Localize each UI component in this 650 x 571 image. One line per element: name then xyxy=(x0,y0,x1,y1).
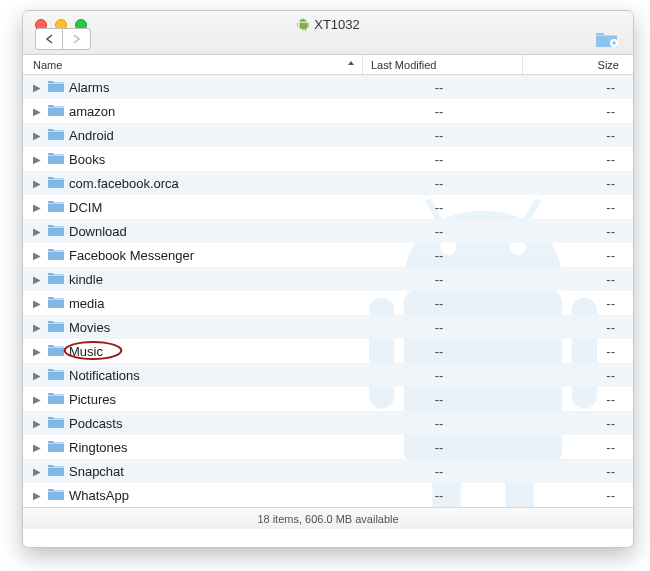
table-row[interactable]: ▶Movies---- xyxy=(23,315,633,339)
file-name: Snapchat xyxy=(69,464,359,479)
file-size: -- xyxy=(519,272,633,287)
file-name: Movies xyxy=(69,320,359,335)
folder-icon xyxy=(47,463,65,480)
disclosure-triangle-icon[interactable]: ▶ xyxy=(33,394,47,405)
header-size[interactable]: Size xyxy=(523,55,633,74)
table-row[interactable]: ▶Pictures---- xyxy=(23,387,633,411)
disclosure-triangle-icon[interactable]: ▶ xyxy=(33,418,47,429)
file-name: Books xyxy=(69,152,359,167)
file-modified: -- xyxy=(359,296,519,311)
file-size: -- xyxy=(519,416,633,431)
file-modified: -- xyxy=(359,488,519,503)
file-size: -- xyxy=(519,440,633,455)
file-size: -- xyxy=(519,200,633,215)
table-row[interactable]: ▶Music---- xyxy=(23,339,633,363)
file-name: WhatsApp xyxy=(69,488,359,503)
table-row[interactable]: ▶Facebook Messenger---- xyxy=(23,243,633,267)
disclosure-triangle-icon[interactable]: ▶ xyxy=(33,442,47,453)
folder-icon xyxy=(47,127,65,144)
header-modified[interactable]: Last Modified xyxy=(363,55,523,74)
folder-icon xyxy=(47,343,65,360)
file-modified: -- xyxy=(359,392,519,407)
folder-icon xyxy=(47,223,65,240)
file-name: Music xyxy=(69,344,359,359)
sort-asc-icon xyxy=(346,58,356,68)
file-modified: -- xyxy=(359,416,519,431)
file-name: DCIM xyxy=(69,200,359,215)
header-modified-label: Last Modified xyxy=(371,59,436,71)
disclosure-triangle-icon[interactable]: ▶ xyxy=(33,178,47,189)
disclosure-triangle-icon[interactable]: ▶ xyxy=(33,490,47,501)
folder-icon xyxy=(47,103,65,120)
forward-button[interactable] xyxy=(63,28,91,50)
disclosure-triangle-icon[interactable]: ▶ xyxy=(33,274,47,285)
table-row[interactable]: ▶Books---- xyxy=(23,147,633,171)
disclosure-triangle-icon[interactable]: ▶ xyxy=(33,346,47,357)
table-row[interactable]: ▶Download---- xyxy=(23,219,633,243)
new-folder-button[interactable] xyxy=(593,28,621,50)
disclosure-triangle-icon[interactable]: ▶ xyxy=(33,226,47,237)
table-row[interactable]: ▶DCIM---- xyxy=(23,195,633,219)
folder-icon xyxy=(47,319,65,336)
disclosure-triangle-icon[interactable]: ▶ xyxy=(33,130,47,141)
file-size: -- xyxy=(519,128,633,143)
toolbar xyxy=(35,28,621,50)
disclosure-triangle-icon[interactable]: ▶ xyxy=(33,466,47,477)
file-size: -- xyxy=(519,104,633,119)
back-button[interactable] xyxy=(35,28,63,50)
file-name: com.facebook.orca xyxy=(69,176,359,191)
folder-icon xyxy=(47,439,65,456)
folder-icon xyxy=(47,295,65,312)
titlebar: XT1032 xyxy=(23,11,633,55)
file-size: -- xyxy=(519,248,633,263)
file-size: -- xyxy=(519,368,633,383)
column-headers: Name Last Modified Size xyxy=(23,55,633,75)
file-name: media xyxy=(69,296,359,311)
file-modified: -- xyxy=(359,152,519,167)
folder-icon xyxy=(47,151,65,168)
file-modified: -- xyxy=(359,248,519,263)
file-modified: -- xyxy=(359,104,519,119)
file-name: Podcasts xyxy=(69,416,359,431)
file-modified: -- xyxy=(359,224,519,239)
header-size-label: Size xyxy=(598,59,619,71)
table-row[interactable]: ▶media---- xyxy=(23,291,633,315)
disclosure-triangle-icon[interactable]: ▶ xyxy=(33,370,47,381)
folder-icon xyxy=(47,391,65,408)
table-row[interactable]: ▶Ringtones---- xyxy=(23,435,633,459)
file-name: Download xyxy=(69,224,359,239)
file-list[interactable]: ▶Alarms----▶amazon----▶Android----▶Books… xyxy=(23,75,633,507)
file-name: Ringtones xyxy=(69,440,359,455)
file-name: Notifications xyxy=(69,368,359,383)
table-row[interactable]: ▶WhatsApp---- xyxy=(23,483,633,507)
disclosure-triangle-icon[interactable]: ▶ xyxy=(33,82,47,93)
table-row[interactable]: ▶amazon---- xyxy=(23,99,633,123)
file-modified: -- xyxy=(359,272,519,287)
file-name: Alarms xyxy=(69,80,359,95)
file-size: -- xyxy=(519,344,633,359)
disclosure-triangle-icon[interactable]: ▶ xyxy=(33,322,47,333)
header-name[interactable]: Name xyxy=(23,55,363,74)
folder-icon xyxy=(47,175,65,192)
table-row[interactable]: ▶Notifications---- xyxy=(23,363,633,387)
table-row[interactable]: ▶kindle---- xyxy=(23,267,633,291)
disclosure-triangle-icon[interactable]: ▶ xyxy=(33,202,47,213)
finder-window: XT1032 Name xyxy=(22,10,634,548)
table-row[interactable]: ▶Podcasts---- xyxy=(23,411,633,435)
file-modified: -- xyxy=(359,176,519,191)
file-size: -- xyxy=(519,392,633,407)
file-modified: -- xyxy=(359,464,519,479)
disclosure-triangle-icon[interactable]: ▶ xyxy=(33,106,47,117)
table-row[interactable]: ▶com.facebook.orca---- xyxy=(23,171,633,195)
disclosure-triangle-icon[interactable]: ▶ xyxy=(33,250,47,261)
file-modified: -- xyxy=(359,128,519,143)
table-row[interactable]: ▶Alarms---- xyxy=(23,75,633,99)
table-row[interactable]: ▶Snapchat---- xyxy=(23,459,633,483)
file-size: -- xyxy=(519,176,633,191)
file-modified: -- xyxy=(359,440,519,455)
file-modified: -- xyxy=(359,200,519,215)
disclosure-triangle-icon[interactable]: ▶ xyxy=(33,154,47,165)
table-row[interactable]: ▶Android---- xyxy=(23,123,633,147)
disclosure-triangle-icon[interactable]: ▶ xyxy=(33,298,47,309)
file-size: -- xyxy=(519,224,633,239)
